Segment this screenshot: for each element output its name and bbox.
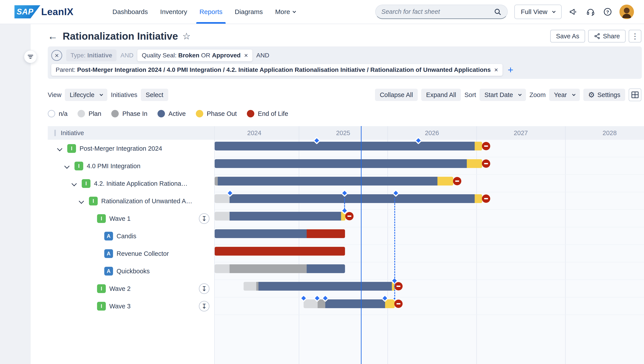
fact-sheet-label[interactable]: 4.0 PMI Integration bbox=[87, 162, 140, 170]
lifecycle-segment-active[interactable] bbox=[218, 177, 438, 186]
lifecycle-segment-phaseOut[interactable] bbox=[438, 177, 453, 186]
end-of-life-icon[interactable] bbox=[453, 177, 461, 185]
lifecycle-segment-phaseIn[interactable] bbox=[215, 177, 218, 186]
expand-chevron-icon[interactable] bbox=[79, 198, 84, 204]
lifecycle-segment-active[interactable] bbox=[307, 264, 345, 273]
fact-sheet-label[interactable]: Wave 2 bbox=[109, 285, 130, 292]
tree-row[interactable]: I4.0 PMI Integration bbox=[48, 157, 214, 175]
sort-dropdown[interactable]: Start Date bbox=[480, 89, 526, 101]
clear-filters-button[interactable]: × bbox=[51, 50, 62, 61]
expand-chevron-icon[interactable] bbox=[72, 181, 77, 186]
support-headset-icon[interactable] bbox=[585, 6, 596, 17]
lifecycle-segment-plan[interactable] bbox=[304, 300, 318, 308]
tree-row[interactable]: IWave 2↧ bbox=[48, 280, 214, 298]
expand-all-button[interactable]: Expand All bbox=[421, 89, 461, 101]
tree-row[interactable]: ARevenue Collector bbox=[48, 245, 214, 262]
lifecycle-segment-endOfLife[interactable] bbox=[307, 229, 345, 238]
drill-down-button[interactable]: ↧ bbox=[199, 213, 210, 224]
end-of-life-icon[interactable] bbox=[482, 142, 490, 150]
lifecycle-segment-active[interactable] bbox=[230, 212, 341, 220]
share-button[interactable]: Share bbox=[588, 30, 626, 42]
lifecycle-segment-plan[interactable] bbox=[215, 212, 230, 220]
quality-seal-filter-chip[interactable]: Quality Seal: Broken OR Approved × bbox=[137, 50, 252, 61]
fact-sheet-label[interactable]: Post-Merger Integration 2024 bbox=[80, 145, 162, 152]
lifecycle-segment-phaseOut[interactable] bbox=[467, 159, 482, 168]
lifecycle-segment-endOfLife[interactable] bbox=[215, 247, 345, 256]
expand-chevron-icon[interactable] bbox=[64, 164, 70, 169]
page-title: Rationalization Initiative bbox=[63, 30, 178, 42]
nav-item-more[interactable]: More bbox=[269, 0, 302, 24]
back-arrow-icon[interactable]: ← bbox=[48, 31, 58, 41]
fact-sheet-label[interactable]: 4.2. Initiate Application Rationalisatio… bbox=[94, 180, 188, 187]
lifecycle-segment-plan[interactable] bbox=[244, 282, 256, 291]
tree-row[interactable]: IPost-Merger Integration 2024 bbox=[48, 140, 214, 157]
lifecycle-segment-active[interactable] bbox=[325, 300, 385, 308]
more-options-button[interactable]: ⋮ bbox=[629, 30, 641, 42]
timeline-header: 20242025202620272028 bbox=[215, 126, 644, 140]
lifecycle-segment-phaseIn[interactable] bbox=[256, 282, 258, 291]
save-as-button[interactable]: Save As bbox=[550, 30, 585, 42]
favorite-star-icon[interactable]: ☆ bbox=[182, 31, 191, 42]
filter-toggle-button[interactable] bbox=[24, 50, 37, 63]
fact-sheet-label[interactable]: Wave 1 bbox=[109, 215, 130, 222]
remove-filter-icon[interactable]: × bbox=[494, 66, 498, 74]
full-view-dropdown[interactable]: Full View bbox=[514, 4, 562, 19]
fact-sheet-label[interactable]: Revenue Collector bbox=[116, 250, 169, 257]
type-filter-chip[interactable]: Type:Initiative bbox=[66, 50, 116, 61]
title-actions: Save As Share ⋮ bbox=[550, 30, 641, 42]
fact-sheet-label[interactable]: Candis bbox=[116, 232, 136, 240]
settings-button[interactable]: ⚙Settings bbox=[583, 89, 625, 101]
tree-row[interactable]: AQuickbooks bbox=[48, 262, 214, 280]
end-of-life-icon[interactable] bbox=[345, 212, 354, 220]
fact-sheet-label[interactable]: Wave 3 bbox=[109, 303, 130, 310]
lifecycle-segment-phaseOut[interactable] bbox=[385, 300, 395, 308]
nav-item-diagrams[interactable]: Diagrams bbox=[229, 0, 269, 24]
expand-chevron-icon[interactable] bbox=[57, 146, 62, 151]
drill-down-button[interactable]: ↧ bbox=[199, 301, 210, 312]
gantt-row bbox=[215, 262, 644, 280]
announcements-icon[interactable] bbox=[568, 6, 579, 17]
view-mode-dropdown[interactable]: Lifecycle bbox=[65, 89, 107, 101]
lifecycle-segment-plan[interactable] bbox=[215, 264, 230, 273]
svg-text:?: ? bbox=[606, 10, 609, 14]
tree-row[interactable]: IWave 1↧ bbox=[48, 210, 214, 227]
parent-filter-chip[interactable]: Parent: Post-Merger Integration 2024 / 4… bbox=[51, 64, 502, 76]
drill-down-button[interactable]: ↧ bbox=[199, 284, 210, 294]
nav-item-dashboards[interactable]: Dashboards bbox=[106, 0, 154, 24]
add-filter-button[interactable]: + bbox=[508, 65, 514, 75]
table-view-button[interactable] bbox=[629, 88, 641, 101]
fact-sheet-label[interactable]: Quickbooks bbox=[116, 268, 150, 275]
search-icon[interactable] bbox=[494, 8, 502, 16]
tree-row[interactable]: ACandis bbox=[48, 227, 214, 245]
lifecycle-segment-phaseIn[interactable] bbox=[230, 264, 307, 273]
lifecycle-segment-active[interactable] bbox=[258, 282, 392, 291]
tree-row[interactable]: IRationalization of Unwanted Applicati..… bbox=[48, 192, 214, 210]
search-input[interactable] bbox=[381, 8, 494, 15]
zoom-dropdown[interactable]: Year bbox=[549, 89, 580, 101]
year-label-2028: 2028 bbox=[602, 126, 617, 140]
lifecycle-segment-active[interactable] bbox=[230, 194, 474, 203]
help-icon[interactable]: ? bbox=[602, 6, 613, 17]
end-of-life-icon[interactable] bbox=[482, 194, 490, 203]
end-of-life-icon[interactable] bbox=[482, 160, 490, 168]
tree-row[interactable]: IWave 3↧ bbox=[48, 298, 214, 315]
end-of-life-icon[interactable] bbox=[394, 300, 402, 308]
collapse-all-button[interactable]: Collapse All bbox=[375, 89, 418, 101]
sap-leanix-logo[interactable]: SAP LeanIX bbox=[14, 5, 74, 18]
remove-filter-icon[interactable]: × bbox=[244, 52, 248, 59]
fact-sheet-search[interactable] bbox=[375, 4, 508, 19]
lifecycle-segment-phaseOut[interactable] bbox=[475, 194, 482, 203]
lifecycle-segment-phaseOut[interactable] bbox=[475, 142, 482, 150]
tree-row[interactable]: I4.2. Initiate Application Rationalisati… bbox=[48, 175, 214, 192]
fact-sheet-label[interactable]: Rationalization of Unwanted Applicati... bbox=[101, 198, 196, 205]
nav-item-reports[interactable]: Reports bbox=[193, 0, 228, 24]
select-initiatives-button[interactable]: Select bbox=[141, 89, 168, 101]
nav-item-inventory[interactable]: Inventory bbox=[154, 0, 193, 24]
lifecycle-segment-active[interactable] bbox=[215, 229, 307, 238]
grip-icon[interactable] bbox=[54, 130, 56, 136]
user-avatar[interactable] bbox=[620, 4, 634, 19]
lifecycle-segment-active[interactable] bbox=[215, 159, 467, 168]
lifecycle-segment-plan[interactable] bbox=[215, 194, 230, 203]
lifecycle-segment-active[interactable] bbox=[215, 142, 475, 150]
filter-panel: × Type:Initiative AND Quality Seal: Brok… bbox=[48, 46, 642, 79]
